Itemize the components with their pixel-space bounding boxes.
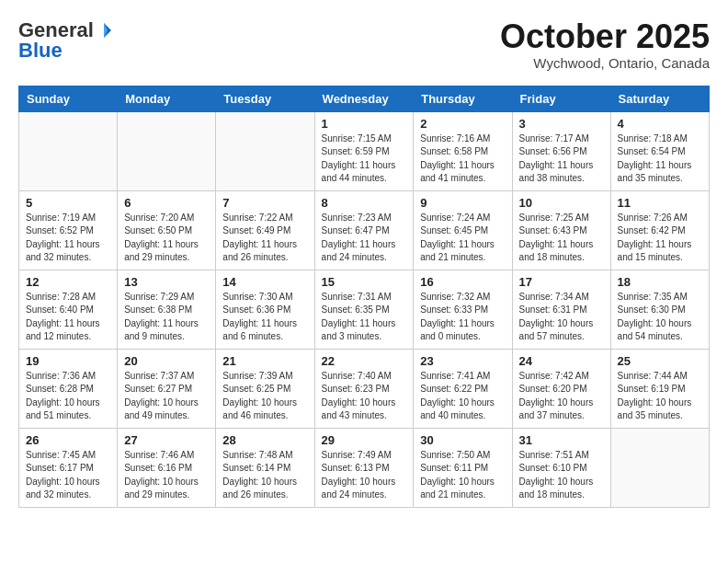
calendar-cell: 2Sunrise: 7:16 AM Sunset: 6:58 PM Daylig… [414,111,512,190]
day-number: 16 [420,275,505,289]
calendar-cell: 29Sunrise: 7:49 AM Sunset: 6:13 PM Dayli… [314,428,414,507]
day-number: 7 [222,196,307,210]
day-info: Sunrise: 7:26 AM Sunset: 6:42 PM Dayligh… [618,212,702,265]
day-info: Sunrise: 7:25 AM Sunset: 6:43 PM Dayligh… [519,212,604,265]
calendar-cell: 1Sunrise: 7:15 AM Sunset: 6:59 PM Daylig… [314,111,414,190]
calendar-cell: 3Sunrise: 7:17 AM Sunset: 6:56 PM Daylig… [512,111,610,190]
day-number: 9 [420,196,505,210]
calendar-cell [216,111,314,190]
day-info: Sunrise: 7:28 AM Sunset: 6:40 PM Dayligh… [26,291,110,344]
day-number: 23 [420,354,505,368]
day-number: 6 [124,196,209,210]
day-info: Sunrise: 7:41 AM Sunset: 6:22 PM Dayligh… [420,370,505,423]
day-info: Sunrise: 7:50 AM Sunset: 6:11 PM Dayligh… [420,449,505,502]
calendar-cell: 18Sunrise: 7:35 AM Sunset: 6:30 PM Dayli… [610,270,709,349]
page-header: General Blue October 2025 Wychwood, Onta… [18,18,710,71]
day-number: 25 [618,354,702,368]
day-info: Sunrise: 7:29 AM Sunset: 6:38 PM Dayligh… [124,291,209,344]
calendar-cell: 25Sunrise: 7:44 AM Sunset: 6:19 PM Dayli… [610,349,709,428]
day-info: Sunrise: 7:24 AM Sunset: 6:45 PM Dayligh… [420,212,505,265]
calendar-cell: 20Sunrise: 7:37 AM Sunset: 6:27 PM Dayli… [118,349,216,428]
day-info: Sunrise: 7:42 AM Sunset: 6:20 PM Dayligh… [519,370,604,423]
day-number: 18 [618,275,702,289]
calendar-cell: 10Sunrise: 7:25 AM Sunset: 6:43 PM Dayli… [512,190,610,270]
week-row: 19Sunrise: 7:36 AM Sunset: 6:28 PM Dayli… [19,349,710,428]
day-info: Sunrise: 7:19 AM Sunset: 6:52 PM Dayligh… [26,212,110,265]
calendar-cell: 26Sunrise: 7:45 AM Sunset: 6:17 PM Dayli… [19,428,118,507]
calendar-cell: 7Sunrise: 7:22 AM Sunset: 6:49 PM Daylig… [216,190,314,270]
calendar-cell: 15Sunrise: 7:31 AM Sunset: 6:35 PM Dayli… [314,270,414,349]
day-number: 10 [519,196,604,210]
weekday-header-row: SundayMondayTuesdayWednesdayThursdayFrid… [19,86,710,111]
day-number: 11 [618,196,702,210]
day-info: Sunrise: 7:23 AM Sunset: 6:47 PM Dayligh… [322,212,407,265]
day-number: 26 [26,433,110,447]
day-number: 28 [222,433,307,447]
day-number: 15 [322,275,407,289]
calendar-cell: 16Sunrise: 7:32 AM Sunset: 6:33 PM Dayli… [414,270,512,349]
calendar-cell: 4Sunrise: 7:18 AM Sunset: 6:54 PM Daylig… [610,111,709,190]
calendar-cell: 28Sunrise: 7:48 AM Sunset: 6:14 PM Dayli… [216,428,314,507]
day-number: 30 [420,433,505,447]
day-info: Sunrise: 7:32 AM Sunset: 6:33 PM Dayligh… [420,291,505,344]
calendar-cell: 31Sunrise: 7:51 AM Sunset: 6:10 PM Dayli… [512,428,610,507]
day-info: Sunrise: 7:34 AM Sunset: 6:31 PM Dayligh… [519,291,604,344]
weekday-header: Thursday [414,86,512,111]
day-number: 31 [519,433,604,447]
day-info: Sunrise: 7:16 AM Sunset: 6:58 PM Dayligh… [420,132,505,186]
day-info: Sunrise: 7:39 AM Sunset: 6:25 PM Dayligh… [222,370,307,423]
calendar-cell: 27Sunrise: 7:46 AM Sunset: 6:16 PM Dayli… [118,428,216,507]
calendar-cell: 11Sunrise: 7:26 AM Sunset: 6:42 PM Dayli… [610,190,709,270]
day-info: Sunrise: 7:22 AM Sunset: 6:49 PM Dayligh… [222,212,307,265]
calendar-cell: 9Sunrise: 7:24 AM Sunset: 6:45 PM Daylig… [414,190,512,270]
day-number: 19 [26,354,110,368]
calendar-cell [610,428,709,507]
weekday-header: Saturday [610,86,709,111]
day-number: 17 [519,275,604,289]
calendar-table: SundayMondayTuesdayWednesdayThursdayFrid… [18,86,710,508]
calendar-cell: 24Sunrise: 7:42 AM Sunset: 6:20 PM Dayli… [512,349,610,428]
calendar-cell [118,111,216,190]
day-number: 12 [26,275,110,289]
calendar-cell [19,111,118,190]
logo-blue-text: Blue [18,39,63,63]
calendar-cell: 30Sunrise: 7:50 AM Sunset: 6:11 PM Dayli… [414,428,512,507]
day-number: 13 [124,275,209,289]
day-info: Sunrise: 7:31 AM Sunset: 6:35 PM Dayligh… [322,291,407,344]
day-info: Sunrise: 7:35 AM Sunset: 6:30 PM Dayligh… [618,291,702,344]
day-number: 29 [322,433,407,447]
week-row: 12Sunrise: 7:28 AM Sunset: 6:40 PM Dayli… [19,270,710,349]
day-number: 22 [322,354,407,368]
weekday-header: Monday [118,86,216,111]
day-number: 4 [618,117,702,131]
day-number: 1 [322,117,407,131]
day-info: Sunrise: 7:17 AM Sunset: 6:56 PM Dayligh… [519,132,604,186]
day-number: 21 [222,354,307,368]
day-number: 20 [124,354,209,368]
day-info: Sunrise: 7:30 AM Sunset: 6:36 PM Dayligh… [222,291,307,344]
day-info: Sunrise: 7:44 AM Sunset: 6:19 PM Dayligh… [618,370,702,423]
calendar-cell: 6Sunrise: 7:20 AM Sunset: 6:50 PM Daylig… [118,190,216,270]
week-row: 26Sunrise: 7:45 AM Sunset: 6:17 PM Dayli… [19,428,710,507]
day-info: Sunrise: 7:45 AM Sunset: 6:17 PM Dayligh… [26,449,110,502]
day-number: 24 [519,354,604,368]
day-number: 14 [222,275,307,289]
calendar-cell: 23Sunrise: 7:41 AM Sunset: 6:22 PM Dayli… [414,349,512,428]
day-info: Sunrise: 7:36 AM Sunset: 6:28 PM Dayligh… [26,370,110,423]
day-info: Sunrise: 7:18 AM Sunset: 6:54 PM Dayligh… [618,132,702,186]
logo-flag-icon [96,22,112,39]
day-info: Sunrise: 7:20 AM Sunset: 6:50 PM Dayligh… [124,212,209,265]
day-info: Sunrise: 7:37 AM Sunset: 6:27 PM Dayligh… [124,370,209,423]
calendar-cell: 21Sunrise: 7:39 AM Sunset: 6:25 PM Dayli… [216,349,314,428]
calendar-cell: 12Sunrise: 7:28 AM Sunset: 6:40 PM Dayli… [19,270,118,349]
day-info: Sunrise: 7:49 AM Sunset: 6:13 PM Dayligh… [322,449,407,502]
calendar-cell: 17Sunrise: 7:34 AM Sunset: 6:31 PM Dayli… [512,270,610,349]
day-number: 5 [26,196,110,210]
calendar-cell: 19Sunrise: 7:36 AM Sunset: 6:28 PM Dayli… [19,349,118,428]
month-title: October 2025 [500,18,710,55]
week-row: 1Sunrise: 7:15 AM Sunset: 6:59 PM Daylig… [19,111,710,190]
calendar-cell: 5Sunrise: 7:19 AM Sunset: 6:52 PM Daylig… [19,190,118,270]
day-info: Sunrise: 7:40 AM Sunset: 6:23 PM Dayligh… [322,370,407,423]
calendar-cell: 22Sunrise: 7:40 AM Sunset: 6:23 PM Dayli… [314,349,414,428]
calendar-cell: 13Sunrise: 7:29 AM Sunset: 6:38 PM Dayli… [118,270,216,349]
